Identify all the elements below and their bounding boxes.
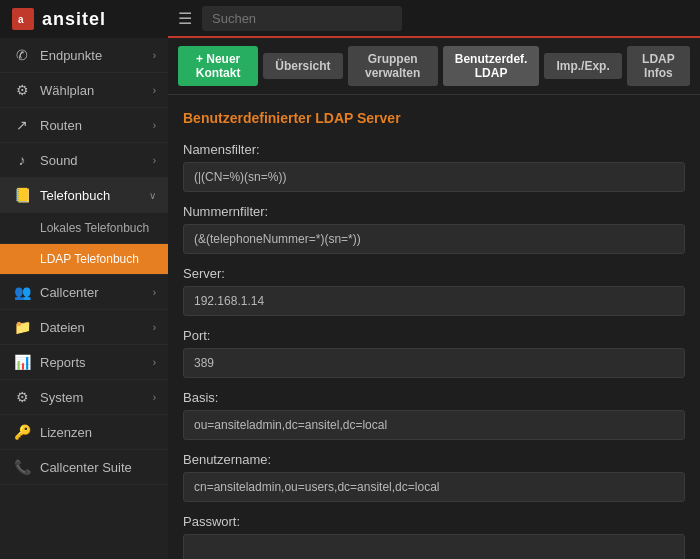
dateien-icon: 📁 <box>12 319 32 335</box>
input-benutzername[interactable] <box>183 472 685 502</box>
content-area: Benutzerdefinierter LDAP Server Namensfi… <box>168 95 700 559</box>
input-server[interactable] <box>183 286 685 316</box>
tab-neuer-kontakt[interactable]: + Neuer Kontakt <box>178 46 258 86</box>
form-group-benutzername: Benutzername: <box>183 452 685 502</box>
endpunkte-icon: ✆ <box>12 47 32 63</box>
sidebar-item-telefonbuch[interactable]: 📒 Telefonbuch ∨ <box>0 178 168 213</box>
form-group-port: Port: <box>183 328 685 378</box>
tab-uebersicht[interactable]: Übersicht <box>263 53 342 79</box>
callcenter-icon: 👥 <box>12 284 32 300</box>
label-passwort: Passwort: <box>183 514 685 529</box>
sidebar-sub-item-ldap-telefonbuch[interactable]: LDAP Telefonbuch <box>0 244 168 275</box>
arrow-icon: › <box>153 322 156 333</box>
main-content: ☰ + Neuer Kontakt Übersicht Gruppen verw… <box>168 0 700 559</box>
sidebar-item-label: Endpunkte <box>40 48 149 63</box>
arrow-icon: › <box>153 120 156 131</box>
topbar: ☰ <box>168 0 700 38</box>
tabbar: + Neuer Kontakt Übersicht Gruppen verwal… <box>168 38 700 95</box>
sidebar-item-sound[interactable]: ♪ Sound › <box>0 143 168 178</box>
form-group-server: Server: <box>183 266 685 316</box>
label-benutzername: Benutzername: <box>183 452 685 467</box>
sidebar-item-label: Telefonbuch <box>40 188 145 203</box>
label-server: Server: <box>183 266 685 281</box>
input-nummernfilter[interactable] <box>183 224 685 254</box>
sidebar-item-label: Callcenter Suite <box>40 460 156 475</box>
svg-text:a: a <box>18 14 24 25</box>
form-group-nummernfilter: Nummernfilter: <box>183 204 685 254</box>
system-icon: ⚙ <box>12 389 32 405</box>
telefonbuch-icon: 📒 <box>12 187 32 203</box>
arrow-icon: › <box>153 392 156 403</box>
arrow-icon: › <box>153 85 156 96</box>
sidebar-item-label: Sound <box>40 153 149 168</box>
form-group-namensfilter: Namensfilter: <box>183 142 685 192</box>
tab-gruppen-verwalten[interactable]: Gruppen verwalten <box>348 46 438 86</box>
sidebar-item-dateien[interactable]: 📁 Dateien › <box>0 310 168 345</box>
arrow-down-icon: ∨ <box>149 190 156 201</box>
sidebar-item-label: Reports <box>40 355 149 370</box>
waehlplan-icon: ⚙ <box>12 82 32 98</box>
arrow-icon: › <box>153 357 156 368</box>
sidebar-item-label: System <box>40 390 149 405</box>
logo-icon: a <box>12 8 34 30</box>
input-passwort[interactable] <box>183 534 685 559</box>
tab-benutzerdef-ldap[interactable]: Benutzerdef. LDAP <box>443 46 540 86</box>
label-basis: Basis: <box>183 390 685 405</box>
sidebar-item-label: Wählplan <box>40 83 149 98</box>
logo-text: ansitel <box>42 9 106 30</box>
form-group-basis: Basis: <box>183 390 685 440</box>
sidebar-item-routen[interactable]: ↗ Routen › <box>0 108 168 143</box>
form-group-passwort: Passwort: <box>183 514 685 559</box>
arrow-icon: › <box>153 50 156 61</box>
sidebar-nav: ✆ Endpunkte › ⚙ Wählplan › ↗ Routen › ♪ … <box>0 38 168 559</box>
sidebar-item-label: Lizenzen <box>40 425 156 440</box>
arrow-icon: › <box>153 155 156 166</box>
section-title: Benutzerdefinierter LDAP Server <box>183 110 685 126</box>
sidebar-item-lizenzen[interactable]: 🔑 Lizenzen <box>0 415 168 450</box>
sidebar-item-label: Callcenter <box>40 285 149 300</box>
search-input[interactable] <box>202 6 402 31</box>
label-namensfilter: Namensfilter: <box>183 142 685 157</box>
callcenter-suite-icon: 📞 <box>12 459 32 475</box>
routen-icon: ↗ <box>12 117 32 133</box>
reports-icon: 📊 <box>12 354 32 370</box>
tab-ldap-infos[interactable]: LDAP Infos <box>627 46 690 86</box>
logo: a ansitel <box>0 0 168 38</box>
arrow-icon: › <box>153 287 156 298</box>
sub-item-label: Lokales Telefonbuch <box>40 221 149 235</box>
input-namensfilter[interactable] <box>183 162 685 192</box>
menu-icon[interactable]: ☰ <box>178 9 192 28</box>
sidebar-item-callcenter[interactable]: 👥 Callcenter › <box>0 275 168 310</box>
tab-imp-exp[interactable]: Imp./Exp. <box>544 53 621 79</box>
lizenzen-icon: 🔑 <box>12 424 32 440</box>
sidebar-item-callcenter-suite[interactable]: 📞 Callcenter Suite <box>0 450 168 485</box>
sidebar-item-endpunkte[interactable]: ✆ Endpunkte › <box>0 38 168 73</box>
label-port: Port: <box>183 328 685 343</box>
label-nummernfilter: Nummernfilter: <box>183 204 685 219</box>
sound-icon: ♪ <box>12 152 32 168</box>
sidebar: a ansitel ✆ Endpunkte › ⚙ Wählplan › ↗ R… <box>0 0 168 559</box>
sidebar-item-waehlplan[interactable]: ⚙ Wählplan › <box>0 73 168 108</box>
sidebar-item-system[interactable]: ⚙ System › <box>0 380 168 415</box>
sidebar-item-label: Dateien <box>40 320 149 335</box>
sidebar-item-label: Routen <box>40 118 149 133</box>
input-basis[interactable] <box>183 410 685 440</box>
input-port[interactable] <box>183 348 685 378</box>
sidebar-item-reports[interactable]: 📊 Reports › <box>0 345 168 380</box>
sub-item-label: LDAP Telefonbuch <box>40 252 139 266</box>
sidebar-sub-item-lokales-telefonbuch[interactable]: Lokales Telefonbuch <box>0 213 168 244</box>
